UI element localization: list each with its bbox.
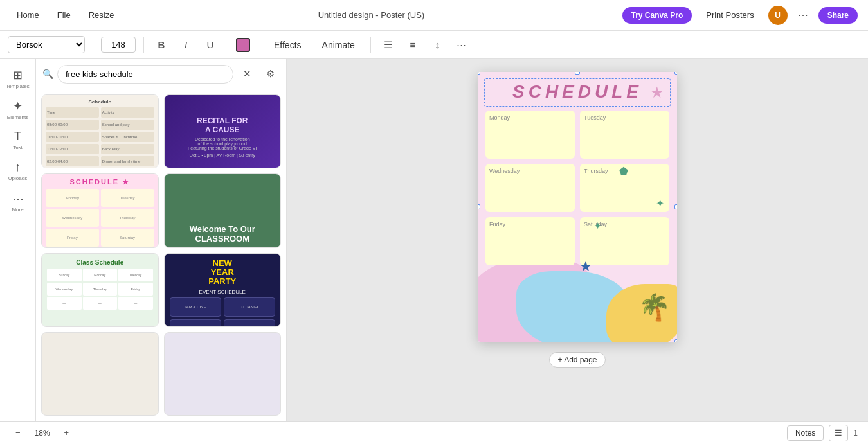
sidebar-item-more[interactable]: ⋯ More	[4, 188, 32, 216]
align-center-button[interactable]: ≡	[403, 35, 422, 55]
deco-star-4: ★	[579, 258, 592, 275]
italic-button[interactable]: I	[176, 35, 195, 55]
effects-button[interactable]: Effects	[266, 37, 309, 53]
dots-icon[interactable]: ⋯	[793, 5, 813, 26]
resize-button[interactable]: Resize	[82, 8, 121, 22]
template-card-schedule-pink[interactable]: SCHEDULE ★ Monday Tuesday Wednesday Thur…	[41, 173, 159, 247]
print-button[interactable]: Print Posters	[697, 6, 763, 24]
divider-4	[258, 37, 258, 53]
try-pro-button[interactable]: Try Canva Pro	[622, 7, 692, 24]
templates-icon: ⊞	[13, 68, 23, 82]
sched-cell-tuesday: Tuesday	[101, 189, 154, 207]
template-card-schedule-table[interactable]: Schedule Time Activity 08:00-09:00 Schoo…	[41, 94, 159, 168]
design-content: SCHEDULE ★ ★ Monday Tuesday	[478, 72, 677, 342]
star-top-right: ★	[650, 84, 664, 102]
left-panel: 🔍 ✕ ⚙ Schedule Time Activity 08:00-09:00…	[36, 59, 287, 421]
template-card-new-year[interactable]: NEWYEARPARTY EVENT SCHEDULE JAM & DINE D…	[164, 253, 282, 327]
options-button[interactable]: ⚙	[260, 64, 280, 84]
sidebar-item-templates[interactable]: ⊞ Templates	[4, 64, 32, 93]
share-button[interactable]: Share	[818, 7, 858, 24]
zoom-out-button[interactable]: −	[10, 427, 26, 439]
class-cell-3: Tuesday	[118, 269, 153, 281]
animate-button[interactable]: Animate	[314, 37, 363, 53]
elements-label: Elements	[7, 114, 28, 120]
tcard-cell-10: Dinner and family time	[101, 156, 154, 166]
topbar-center: Untitled design - Poster (US)	[128, 10, 614, 20]
tcard-cell-7: 11:00-12:00	[46, 144, 99, 154]
ny-event-3: FREE DRINKS	[170, 319, 221, 327]
sidebar-item-text[interactable]: T Text	[4, 126, 32, 154]
sched-pink-title: SCHEDULE ★	[69, 178, 130, 186]
class-cell-6: Friday	[118, 283, 153, 296]
design-title-text[interactable]: SCHEDULE	[512, 82, 642, 102]
class-cell-1: Sunday	[47, 269, 82, 281]
search-input[interactable]	[57, 65, 233, 84]
divider-1	[93, 37, 93, 53]
sched-cell-wednesday: Wednesday	[46, 209, 99, 227]
template-card-class-schedule[interactable]: Class Schedule Sunday Monday Tuesday Wed…	[41, 253, 159, 327]
classroom-title: Welcome To OurCLASSROOM	[190, 224, 255, 244]
deco-star-3: ✦	[656, 197, 664, 209]
day-label-friday: Friday	[489, 221, 571, 227]
canvas-wrapper: SCHEDULE ★ ★ Monday Tuesday	[478, 72, 677, 368]
bottom-bar: − 18% + Notes ☰ 1	[0, 421, 868, 444]
divider-5	[370, 37, 371, 53]
class-cell-4: Wednesday	[47, 283, 82, 296]
secondary-toolbar: Borsok B I U Effects Animate ☰ ≡ ↕ ⋯	[0, 31, 868, 59]
file-button[interactable]: File	[51, 8, 77, 22]
day-box-tuesday: Tuesday	[580, 111, 669, 159]
canvas-area[interactable]: SCHEDULE ★ ★ Monday Tuesday	[287, 59, 868, 421]
recital-title: RECITAL FORA CAUSE	[197, 116, 248, 135]
font-selector[interactable]: Borsok	[8, 36, 85, 53]
sidebar-item-elements[interactable]: ✦ Elements	[4, 95, 32, 123]
ny-event-4: DANCE PARTY	[224, 319, 275, 327]
more-label: More	[12, 207, 23, 213]
more-icon: ⋯	[12, 191, 24, 206]
underline-button[interactable]: U	[201, 35, 220, 55]
day-label-wednesday: Wednesday	[489, 168, 571, 174]
tcard-cell-6: Snacks & Lunchtime	[101, 132, 154, 142]
templates-grid: Schedule Time Activity 08:00-09:00 Schoo…	[36, 89, 286, 421]
template-card-classroom[interactable]: Welcome To OurCLASSROOM THERE ARE NOKNOW…	[164, 173, 282, 247]
class-cell-7: —	[47, 297, 82, 310]
more-button[interactable]: ⋯	[452, 35, 471, 55]
show-pages-button[interactable]: ☰	[829, 425, 848, 441]
search-icon: 🔍	[42, 69, 53, 79]
zoom-in-button[interactable]: +	[59, 427, 75, 439]
template-card-plain-1[interactable]	[41, 332, 159, 416]
template-card-plain-2[interactable]	[164, 332, 282, 416]
ny-subtitle: EVENT SCHEDULE	[199, 289, 246, 295]
bold-button[interactable]: B	[152, 35, 171, 55]
align-left-button[interactable]: ☰	[379, 35, 398, 55]
add-page-button[interactable]: + Add page	[549, 352, 605, 368]
left-sidebar: ⊞ Templates ✦ Elements T Text ↑ Uploads …	[0, 59, 36, 421]
filter-button[interactable]: ✕	[237, 64, 257, 84]
search-bar: 🔍 ✕ ⚙	[36, 59, 286, 89]
class-cell-9: —	[118, 297, 153, 310]
topbar-right: Try Canva Pro Print Posters U ⋯ Share	[622, 5, 858, 26]
palm-tree: 🌴	[638, 292, 671, 323]
home-button[interactable]: Home	[10, 8, 46, 22]
uploads-icon: ↑	[15, 161, 21, 174]
font-size-input[interactable]	[101, 37, 136, 53]
class-cell-2: Monday	[83, 269, 118, 281]
spacing-button[interactable]: ↕	[428, 35, 447, 55]
notes-button[interactable]: Notes	[787, 425, 824, 441]
zoom-value: 18%	[31, 429, 54, 438]
sched-cell-monday: Monday	[46, 189, 99, 207]
uploads-label: Uploads	[8, 175, 27, 181]
template-card-recital[interactable]: RECITAL FORA CAUSE Dedicated to the reno…	[164, 94, 282, 168]
elements-icon: ✦	[13, 99, 23, 113]
canvas-design[interactable]: SCHEDULE ★ ★ Monday Tuesday	[478, 72, 677, 342]
sched-cell-saturday: Saturday	[101, 229, 154, 247]
tcard-cell-4: School and play	[101, 120, 154, 130]
page-info: 1	[853, 429, 858, 438]
divider-3	[228, 37, 228, 53]
sidebar-item-uploads[interactable]: ↑ Uploads	[4, 157, 32, 185]
color-picker[interactable]	[236, 38, 250, 52]
class-sched-title: Class Schedule	[47, 259, 153, 266]
main-area: ⊞ Templates ✦ Elements T Text ↑ Uploads …	[0, 59, 868, 421]
text-label: Text	[13, 145, 23, 150]
topbar: Home File Resize Untitled design - Poste…	[0, 0, 868, 31]
templates-label: Templates	[6, 84, 29, 89]
